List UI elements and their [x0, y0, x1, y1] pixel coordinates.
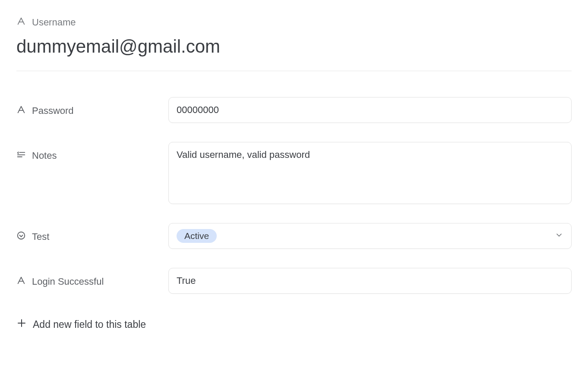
- notes-label: Notes: [16, 142, 168, 162]
- single-select-icon: [16, 231, 26, 243]
- chevron-down-icon: [555, 231, 563, 241]
- test-label-text: Test: [32, 231, 49, 242]
- username-field-label: Username: [32, 17, 76, 28]
- username-field-header: Username: [16, 16, 572, 28]
- notes-label-text: Notes: [32, 150, 57, 161]
- add-field-button[interactable]: Add new field to this table: [16, 318, 572, 331]
- record-title[interactable]: dummyemail@gmail.com: [16, 36, 572, 57]
- notes-input[interactable]: [168, 142, 572, 204]
- notes-row: Notes: [16, 142, 572, 204]
- login-successful-input[interactable]: [168, 268, 572, 294]
- plus-icon: [16, 318, 27, 331]
- text-field-icon: [16, 105, 26, 117]
- test-row: Test Active: [16, 223, 572, 249]
- text-field-icon: [16, 276, 26, 288]
- password-label: Password: [16, 97, 168, 117]
- login-successful-row: Login Successful: [16, 268, 572, 294]
- text-field-icon: [16, 16, 26, 28]
- login-successful-label-text: Login Successful: [32, 276, 104, 287]
- svg-point-3: [18, 232, 25, 239]
- login-successful-label: Login Successful: [16, 268, 168, 288]
- test-select[interactable]: Active: [168, 223, 572, 249]
- add-field-label: Add new field to this table: [33, 319, 146, 330]
- password-row: Password: [16, 97, 572, 123]
- password-label-text: Password: [32, 105, 74, 116]
- test-selected-pill: Active: [177, 229, 217, 243]
- password-input[interactable]: [168, 97, 572, 123]
- long-text-icon: [16, 150, 26, 162]
- test-label: Test: [16, 223, 168, 243]
- divider: [16, 71, 572, 71]
